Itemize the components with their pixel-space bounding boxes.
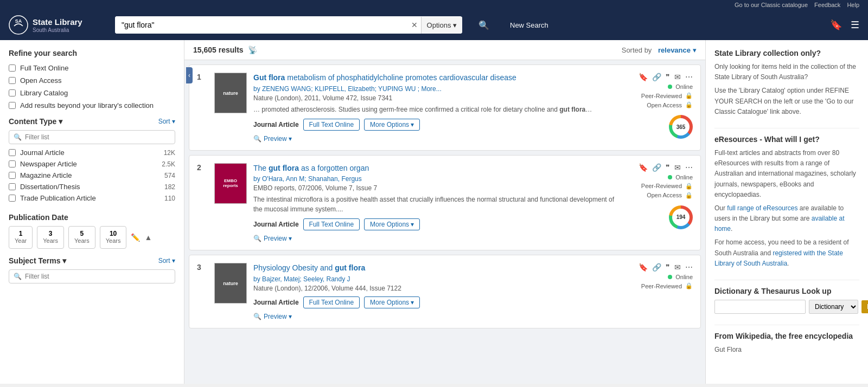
sort-relevance-link[interactable]: relevance xyxy=(658,46,691,54)
journal-article-checkbox[interactable] xyxy=(9,149,16,156)
date-1year-button[interactable]: 1 Year xyxy=(9,226,33,249)
divider xyxy=(714,325,859,325)
more-options-button[interactable]: More Options ▾ xyxy=(364,218,420,230)
newspaper-article-label[interactable]: Newspaper Article xyxy=(20,160,157,168)
divider xyxy=(714,280,859,280)
trade-pub-label[interactable]: Trade Publication Article xyxy=(20,194,160,202)
bookmarks-button[interactable]: 🔖 xyxy=(830,19,842,31)
more-icon[interactable]: ⋯ xyxy=(685,73,693,81)
result-title-link[interactable]: The gut flora as a forgotten organ xyxy=(253,164,369,172)
email-icon[interactable]: ✉ xyxy=(674,163,681,172)
status-online: Online xyxy=(668,274,693,280)
available-home-link[interactable]: available at home xyxy=(714,215,844,233)
collection-text2: Use the 'Library Catalog' option under R… xyxy=(714,86,859,117)
classic-catalogue-link[interactable]: Go to our Classic catalogue xyxy=(735,2,808,8)
date-3years-button[interactable]: 3 Years xyxy=(37,226,64,249)
link-icon[interactable]: 🔗 xyxy=(652,163,661,172)
full-text-online-button[interactable]: Full Text Online xyxy=(303,119,360,131)
subject-terms-sort-link[interactable]: Sort ▾ xyxy=(158,257,175,265)
sort-chevron-icon[interactable]: ▾ xyxy=(693,46,697,54)
add-results-checkbox[interactable] xyxy=(9,102,16,109)
dissertation-thesis-count: 182 xyxy=(164,183,175,191)
full-text-online-button[interactable]: Full Text Online xyxy=(303,218,360,230)
search-input[interactable] xyxy=(115,16,408,34)
content-type-filter-input[interactable] xyxy=(25,133,170,141)
lock-icon: 🔒 xyxy=(685,92,693,99)
subject-terms-filter-input[interactable] xyxy=(25,273,170,280)
dict-lookup-button[interactable]: Look it up xyxy=(861,300,868,313)
link-icon[interactable]: 🔗 xyxy=(652,73,661,81)
more-icon[interactable]: ⋯ xyxy=(685,263,693,272)
result-thumbnail: EMBOreports xyxy=(214,163,247,204)
results-area: 15,605 results 📡 Sorted by relevance ▾ 1… xyxy=(184,40,705,384)
newspaper-article-count: 2.5K xyxy=(162,160,175,168)
bookmark-icon[interactable]: 🔖 xyxy=(639,163,648,172)
full-text-online-label[interactable]: Full Text Online xyxy=(20,64,68,72)
result-body: Gut flora metabolism of phosphatidylchol… xyxy=(253,73,616,143)
library-catalog-checkbox[interactable] xyxy=(9,89,16,96)
more-options-button[interactable]: More Options ▾ xyxy=(364,119,420,131)
new-search-button[interactable]: New Search xyxy=(506,21,553,29)
date-10years-button[interactable]: 10 Years xyxy=(100,226,127,249)
dict-select[interactable]: Dictionary Thesaurus xyxy=(809,300,858,314)
altmetric-badge[interactable]: 365 xyxy=(669,115,693,139)
result-authors[interactable]: by Bajzer, Matej; Seeley, Randy J xyxy=(253,275,616,283)
full-text-online-button[interactable]: Full Text Online xyxy=(303,296,360,308)
email-icon[interactable]: ✉ xyxy=(674,73,681,81)
open-access-checkbox[interactable] xyxy=(9,77,16,84)
menu-button[interactable]: ☰ xyxy=(851,19,859,31)
result-title-link[interactable]: Gut flora metabolism of phosphatidylchol… xyxy=(253,73,516,82)
preview-link[interactable]: 🔍 Preview ▾ xyxy=(253,235,616,242)
altmetric-badge[interactable]: 194 xyxy=(669,205,693,229)
feedback-link[interactable]: Feedback xyxy=(814,2,840,8)
trade-pub-count: 110 xyxy=(164,195,175,202)
sidebar-toggle-button[interactable]: ‹ xyxy=(186,67,193,83)
search-submit-button[interactable]: 🔍 xyxy=(471,16,497,35)
magazine-article-checkbox[interactable] xyxy=(9,172,16,179)
preview-link[interactable]: 🔍 Preview ▾ xyxy=(253,313,616,320)
trade-pub-checkbox[interactable] xyxy=(9,195,16,202)
date-5years-button[interactable]: 5 Years xyxy=(68,226,95,249)
status-open-access: Open Access 🔒 xyxy=(647,101,693,108)
add-results-label[interactable]: Add results beyond your library's collec… xyxy=(20,101,154,109)
more-icon[interactable]: ⋯ xyxy=(685,163,693,172)
result-authors[interactable]: by O'Hara, Ann M; Shanahan, Fergus xyxy=(253,175,616,183)
full-range-link[interactable]: full range of eResources xyxy=(727,204,797,212)
content-type-filter-search[interactable]: 🔍 xyxy=(9,130,175,144)
email-icon[interactable]: ✉ xyxy=(674,263,681,272)
sidebar-title: Refine your search xyxy=(9,49,175,57)
online-dot xyxy=(668,275,672,279)
date-edit-button[interactable]: ✏️ xyxy=(131,233,140,242)
cite-icon[interactable]: ❞ xyxy=(666,163,670,172)
magazine-article-label[interactable]: Magazine Article xyxy=(20,171,160,179)
content-type-sort-link[interactable]: Sort ▾ xyxy=(158,118,175,125)
search-options-button[interactable]: Options ▾ xyxy=(421,17,462,34)
pub-date-header: Publication Date xyxy=(9,213,175,222)
full-text-online-checkbox[interactable] xyxy=(9,64,16,72)
preview-link[interactable]: 🔍 Preview ▾ xyxy=(253,135,616,143)
result-source: Nature (London), 12/2006, Volume 444, Is… xyxy=(253,285,616,292)
newspaper-article-checkbox[interactable] xyxy=(9,160,16,167)
open-access-label[interactable]: Open Access xyxy=(20,76,62,85)
link-icon[interactable]: 🔗 xyxy=(652,263,661,272)
search-clear-button[interactable]: ✕ xyxy=(408,21,421,29)
result-title-link[interactable]: Physiology Obesity and gut flora xyxy=(253,263,365,272)
eresources-text3: For home access, you need to be a reside… xyxy=(714,237,859,269)
library-catalog-label[interactable]: Library Catalog xyxy=(20,89,68,97)
cite-icon[interactable]: ❞ xyxy=(666,73,670,81)
more-options-button[interactable]: More Options ▾ xyxy=(364,296,420,308)
journal-article-label[interactable]: Journal Article xyxy=(20,149,159,157)
bookmark-icon[interactable]: 🔖 xyxy=(639,73,648,81)
cite-icon[interactable]: ❞ xyxy=(666,263,670,272)
action-icons: 🔖 🔗 ❞ ✉ ⋯ xyxy=(639,163,693,172)
bookmark-icon[interactable]: 🔖 xyxy=(639,263,648,272)
result-authors[interactable]: by ZENENG WANG; KLIPFELL, Elizabeth; YUP… xyxy=(253,85,616,93)
dissertation-thesis-label[interactable]: Dissertation/Thesis xyxy=(20,183,160,191)
registered-link[interactable]: registered with the State Library of Sou… xyxy=(714,249,843,267)
date-collapse-button[interactable]: ▲ xyxy=(144,233,152,242)
subject-terms-filter-search[interactable]: 🔍 xyxy=(9,269,175,283)
help-link[interactable]: Help xyxy=(847,2,859,8)
rss-icon[interactable]: 📡 xyxy=(248,46,257,54)
dissertation-thesis-checkbox[interactable] xyxy=(9,183,16,190)
dict-input[interactable] xyxy=(714,300,806,314)
